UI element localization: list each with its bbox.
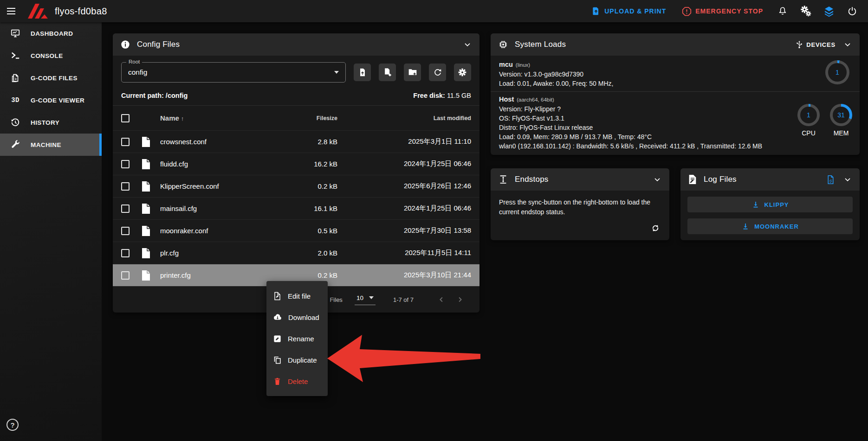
column-last-modified[interactable]: Last modified bbox=[337, 115, 471, 121]
table-row[interactable]: plr.cfg 2.0 kB 2025年11月5日 14:11 bbox=[113, 242, 479, 264]
rename-icon bbox=[273, 334, 282, 343]
select-all-checkbox[interactable] bbox=[121, 114, 130, 122]
select-caret-icon bbox=[334, 71, 339, 74]
root-select[interactable]: Root config bbox=[121, 62, 346, 83]
collapse-chevron-icon[interactable] bbox=[463, 40, 472, 49]
config-files-panel: Config Files Root config bbox=[113, 33, 479, 313]
notifications-bell-icon[interactable] bbox=[773, 2, 792, 20]
chevron-left-icon bbox=[437, 295, 446, 304]
mcu-section: mcu(linux) Version: v1.3.0-ga98c9d7390 L… bbox=[499, 60, 851, 88]
file-settings-button[interactable] bbox=[454, 64, 471, 81]
menu-item-delete[interactable]: Delete bbox=[266, 371, 328, 392]
row-checkbox[interactable] bbox=[121, 271, 130, 280]
refresh-icon bbox=[433, 68, 442, 77]
sidebar-item-label: DASHBOARD bbox=[31, 30, 73, 37]
endstop-icon bbox=[498, 174, 508, 185]
table-row[interactable]: fluidd.cfg 16.2 kB 2024年1月25日 06:46 bbox=[113, 153, 479, 175]
select-caret-icon bbox=[369, 296, 374, 299]
sidebar-item-console[interactable]: CONSOLE bbox=[0, 45, 102, 67]
collapse-chevron-icon[interactable] bbox=[843, 175, 852, 184]
file-icon bbox=[142, 248, 150, 258]
updates-layers-icon[interactable] bbox=[820, 2, 838, 20]
per-page-select[interactable]: 10 bbox=[355, 294, 376, 305]
root-select-label: Root bbox=[126, 59, 142, 64]
mem-gauge-label: MEM bbox=[834, 129, 849, 137]
mem-gauge: 31 MEM bbox=[830, 104, 852, 137]
download-moonraker-log-button[interactable]: MOONRAKER bbox=[687, 218, 853, 234]
power-icon[interactable] bbox=[843, 2, 862, 20]
download-icon bbox=[741, 222, 750, 230]
upload-file-button[interactable] bbox=[354, 64, 371, 81]
settings-gears-icon[interactable] bbox=[797, 2, 815, 20]
panel-title: Config Files bbox=[137, 40, 180, 49]
delete-trash-icon bbox=[273, 377, 282, 386]
file-context-menu: Edit file Download Rename Duplicate Dele… bbox=[266, 281, 328, 396]
sidebar-item-history[interactable]: HISTORY bbox=[0, 111, 102, 134]
mcu-load-gauge: 1 bbox=[825, 60, 849, 84]
file-plus-icon bbox=[383, 68, 392, 77]
menu-item-download[interactable]: Download bbox=[266, 307, 328, 328]
row-checkbox[interactable] bbox=[121, 138, 130, 146]
sort-ascending-icon: ↑ bbox=[181, 115, 184, 122]
sidebar-item-gcode-files[interactable]: G-CODE FILES bbox=[0, 67, 102, 89]
upload-print-button[interactable]: UPLOAD & PRINT bbox=[586, 3, 672, 19]
file-upload-icon bbox=[358, 68, 367, 77]
previous-page-button[interactable] bbox=[432, 290, 451, 309]
create-folder-button[interactable] bbox=[404, 64, 421, 81]
console-icon bbox=[9, 51, 21, 61]
collapse-chevron-icon[interactable] bbox=[843, 40, 852, 49]
help-icon[interactable]: ? bbox=[6, 419, 19, 431]
menu-icon[interactable] bbox=[0, 0, 22, 22]
collapse-chevron-icon[interactable] bbox=[653, 175, 662, 184]
sidebar-item-gcode-viewer[interactable]: 3D G-CODE VIEWER bbox=[0, 89, 102, 111]
row-checkbox[interactable] bbox=[121, 227, 130, 235]
pagination-range: 1-7 of 7 bbox=[393, 296, 414, 303]
next-page-button[interactable] bbox=[451, 290, 469, 309]
endstops-message: Press the sync-button on the right-botto… bbox=[499, 198, 652, 217]
file-refresh-icon[interactable] bbox=[826, 175, 836, 185]
download-klippy-log-button[interactable]: KLIPPY bbox=[687, 197, 853, 212]
menu-item-rename[interactable]: Rename bbox=[266, 328, 328, 349]
host-name: Host bbox=[499, 96, 514, 103]
endstop-sync-button[interactable] bbox=[647, 220, 664, 236]
row-checkbox[interactable] bbox=[121, 160, 130, 168]
file-upload-icon bbox=[591, 6, 601, 16]
menu-item-edit-file[interactable]: Edit file bbox=[266, 285, 328, 307]
sidebar-item-machine[interactable]: MACHINE bbox=[0, 134, 102, 156]
folder-plus-icon bbox=[408, 68, 417, 77]
panel-title: Log Files bbox=[704, 175, 737, 184]
table-row[interactable]: mainsail.cfg 16.1 kB 2024年1月25日 06:46 bbox=[113, 198, 479, 220]
file-icon bbox=[142, 204, 150, 214]
gear-icon bbox=[458, 68, 467, 77]
devices-button[interactable]: DEVICES bbox=[796, 40, 836, 49]
usb-icon bbox=[796, 40, 803, 49]
column-filesize[interactable]: Filesize bbox=[277, 115, 337, 121]
table-row[interactable]: KlipperScreen.conf 0.2 kB 2025年6月26日 12:… bbox=[113, 175, 479, 198]
menu-item-duplicate[interactable]: Duplicate bbox=[266, 349, 328, 371]
emergency-stop-button[interactable]: EMERGENCY STOP bbox=[676, 3, 769, 19]
sidebar-item-label: G-CODE VIEWER bbox=[31, 97, 84, 104]
create-file-button[interactable] bbox=[379, 64, 396, 81]
cpu-gauge-label: CPU bbox=[802, 129, 816, 137]
duplicate-icon bbox=[273, 356, 282, 364]
panel-title: System Loads bbox=[515, 40, 566, 49]
sidebar-nav: DASHBOARD CONSOLE G-CODE FILES 3D G-CODE… bbox=[0, 22, 102, 441]
column-name[interactable]: Name↑ bbox=[160, 114, 277, 122]
gcode-viewer-3d-icon: 3D bbox=[9, 96, 21, 104]
log-files-panel: Log Files KLIPPY MOONRAKER bbox=[680, 168, 860, 240]
sidebar-item-dashboard[interactable]: DASHBOARD bbox=[0, 22, 102, 45]
row-checkbox[interactable] bbox=[121, 205, 130, 213]
file-icon bbox=[142, 159, 150, 169]
file-icon bbox=[142, 137, 150, 147]
cpu-chip-icon bbox=[498, 39, 508, 50]
table-header-row: Name↑ Filesize Last modified bbox=[113, 106, 479, 131]
table-row[interactable]: crowsnest.conf 2.8 kB 2025年3月1日 11:10 bbox=[113, 131, 479, 153]
refresh-button[interactable] bbox=[429, 64, 446, 81]
host-network: wlan0 (192.168.101.142) : Bandwidth: 5.6… bbox=[499, 141, 851, 151]
row-checkbox[interactable] bbox=[121, 249, 130, 257]
section-divider bbox=[491, 91, 860, 92]
log-file-icon bbox=[688, 174, 697, 185]
table-row[interactable]: moonraker.conf 0.5 kB 2025年7月30日 13:58 bbox=[113, 220, 479, 242]
cloud-download-icon bbox=[273, 313, 282, 322]
row-checkbox[interactable] bbox=[121, 182, 130, 191]
